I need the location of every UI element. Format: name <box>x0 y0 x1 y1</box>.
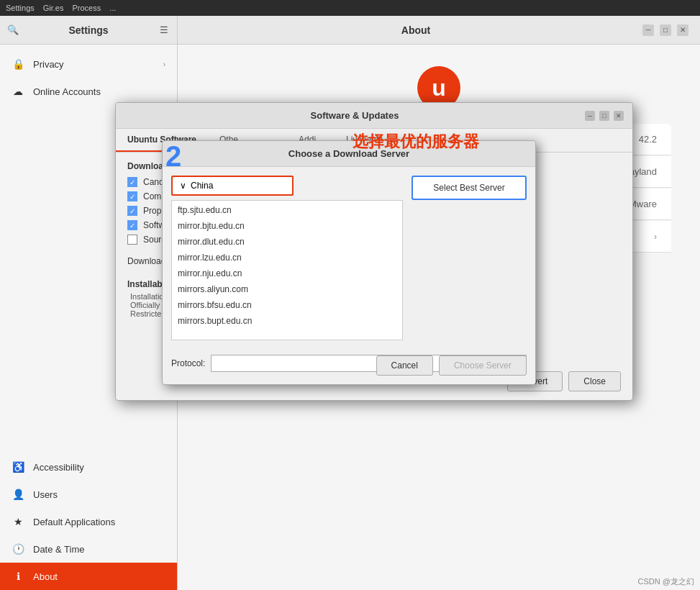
country-name: China <box>191 181 213 191</box>
sidebar-item-label: About <box>33 571 165 582</box>
mirror-item-nju[interactable]: mirror.nju.edu.cn <box>172 266 402 281</box>
sidebar-item-about[interactable]: ℹ About <box>0 563 177 590</box>
sidebar-item-label: Users <box>33 489 165 500</box>
mirror-item-aliyun[interactable]: mirrors.aliyun.com <box>172 281 402 297</box>
settings-nav-bottom: ♿ Accessibility 👤 Users ★ Default Applic… <box>0 453 177 590</box>
search-icon[interactable]: 🔍 <box>6 23 20 37</box>
choose-server-button[interactable]: Choose Server <box>439 355 527 376</box>
cs-body: ∨ China ftp.sjtu.edu.cn mirror.bjtu.edu.… <box>163 167 535 349</box>
menu-icon[interactable]: ☰ <box>157 23 171 37</box>
accessibility-icon: ♿ <box>12 460 24 473</box>
choose-server-dialog: Choose a Download Server ∨ China ftp.sjt… <box>162 140 536 385</box>
taskbar: Settings Gir.es Process ... <box>0 0 700 16</box>
mirror-item-sjtu[interactable]: ftp.sjtu.edu.cn <box>172 202 402 218</box>
ubuntu-logo-text: u <box>432 75 446 101</box>
sidebar-item-label: Default Applications <box>33 517 165 527</box>
cancel-button[interactable]: Cancel <box>376 355 433 376</box>
sw-title: Software & Updates <box>124 110 585 121</box>
checkbox-canonical-input[interactable] <box>127 177 137 187</box>
protocol-label: Protocol: <box>171 358 205 368</box>
mirror-item-bupt[interactable]: mirrors.bupt.edu.cn <box>172 313 402 329</box>
sidebar-item-privacy[interactable]: 🔒 Privacy › <box>0 50 177 78</box>
taskbar-process[interactable]: Process <box>72 4 101 12</box>
select-best-server-button[interactable]: Select Best Server <box>412 176 527 200</box>
dropdown-chevron-icon: ∨ <box>180 181 186 191</box>
info-icon: ℹ <box>12 570 24 583</box>
csdn-watermark: CSDN @龙之幻 <box>638 576 694 587</box>
cs-right-panel: Select Best Server <box>412 176 527 340</box>
settings-title: Settings <box>26 24 151 36</box>
taskbar-gires[interactable]: Gir.es <box>43 4 64 12</box>
gnome-version-value: 42.2 <box>639 134 657 145</box>
sidebar-item-label: Privacy <box>33 59 155 70</box>
taskbar-settings[interactable]: Settings <box>6 4 35 12</box>
sidebar-item-label: Date & Time <box>33 544 165 555</box>
sidebar-item-label: Online Accounts <box>33 86 165 97</box>
sw-window-controls: ─ □ ✕ <box>585 111 624 121</box>
about-titlebar: About ─ □ ✕ <box>178 16 700 45</box>
close-button[interactable]: ✕ <box>677 24 688 36</box>
mirror-item-bfsu[interactable]: mirrors.bfsu.edu.cn <box>172 297 402 313</box>
window-controls: ─ □ ✕ <box>642 24 688 36</box>
cs-bottom-buttons: Cancel Choose Server <box>376 355 527 376</box>
maximize-button[interactable]: □ <box>660 24 671 36</box>
minimize-button[interactable]: ─ <box>642 24 654 36</box>
country-dropdown[interactable]: ∨ China <box>171 176 294 196</box>
chevron-right-icon: › <box>163 60 165 68</box>
cs-titlebar: Choose a Download Server <box>163 141 535 167</box>
taskbar-dots: ... <box>109 4 116 12</box>
sidebar-item-users[interactable]: 👤 Users <box>0 481 177 508</box>
checkbox-source-input[interactable] <box>127 235 137 245</box>
sw-close-button[interactable]: ✕ <box>614 111 624 121</box>
users-icon: 👤 <box>12 488 24 501</box>
clock-icon: 🕐 <box>12 543 24 555</box>
checkbox-restricted-input[interactable] <box>127 220 137 230</box>
checkbox-community-input[interactable] <box>127 191 137 201</box>
about-title: About <box>189 24 642 36</box>
sidebar-item-accessibility[interactable]: ♿ Accessibility <box>0 453 177 481</box>
sidebar-item-date-time[interactable]: 🕐 Date & Time <box>0 535 177 563</box>
mirror-item-dlut[interactable]: mirror.dlut.edu.cn <box>172 234 402 250</box>
settings-titlebar: 🔍 Settings ☰ <box>0 16 177 45</box>
mirror-list[interactable]: ftp.sjtu.edu.cn mirror.bjtu.edu.cn mirro… <box>171 200 403 340</box>
privacy-icon: 🔒 <box>12 58 24 71</box>
sidebar-item-label: Accessibility <box>33 462 165 473</box>
sidebar-item-online-accounts[interactable]: ☁ Online Accounts <box>0 78 177 105</box>
cloud-icon: ☁ <box>12 85 24 98</box>
close-dialog-button[interactable]: Close <box>568 371 621 391</box>
sw-minimize-button[interactable]: ─ <box>585 111 595 121</box>
chevron-right-icon: › <box>654 232 657 242</box>
settings-nav: 🔒 Privacy › ☁ Online Accounts <box>0 45 177 111</box>
sw-maximize-button[interactable]: □ <box>599 111 609 121</box>
sidebar-item-default-applications[interactable]: ★ Default Applications <box>0 508 177 535</box>
star-icon: ★ <box>12 515 24 528</box>
mirror-item-lzu[interactable]: mirror.lzu.edu.cn <box>172 250 402 266</box>
sw-titlebar: Software & Updates ─ □ ✕ <box>116 103 632 129</box>
cs-left-panel: ∨ China ftp.sjtu.edu.cn mirror.bjtu.edu.… <box>171 176 403 340</box>
mirror-item-bjtu[interactable]: mirror.bjtu.edu.cn <box>172 218 402 234</box>
cs-title: Choose a Download Server <box>171 148 527 159</box>
checkbox-proprietary-input[interactable] <box>127 206 137 216</box>
